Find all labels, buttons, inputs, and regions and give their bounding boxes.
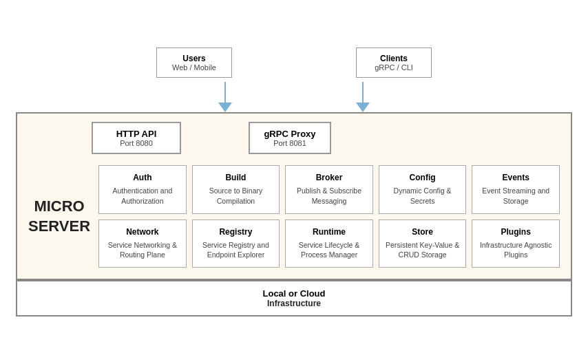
infra-line2: Infrastructure [24,299,564,308]
service-title-plugins: Plugins [478,227,554,237]
service-title-broker: Broker [291,173,367,182]
arrow-clients [356,82,370,112]
clients-subtitle: gRPC / CLI [370,63,417,72]
service-box-registry: RegistryService Registry and Endpoint Ex… [192,220,280,268]
server-content: MICRO SERVER AuthAuthentication and Auth… [17,154,571,279]
clients-box: Clients gRPC / CLI [356,47,432,78]
arrow-line-clients [362,82,364,103]
server-grid: AuthAuthentication and AuthorizationBuil… [98,165,560,268]
grpc-proxy-title: gRPC Proxy [264,129,316,139]
service-box-runtime: RuntimeService Lifecycle & Process Manag… [285,220,373,268]
top-boxes-row: Users Web / Mobile Clients gRPC / CLI [16,47,572,78]
service-desc-registry: Service Registry and Endpoint Explorer [198,240,274,260]
infra-bar: Local or Cloud Infrastructure [16,280,572,317]
service-box-events: EventsEvent Streaming and Storage [472,165,560,213]
grpc-proxy-subtitle: Port 8081 [264,139,316,147]
service-desc-build: Source to Binary Compilation [198,186,274,206]
diagram: Users Web / Mobile Clients gRPC / CLI [5,36,583,328]
services-row-2: NetworkService Networking & Routing Plan… [98,220,560,268]
service-title-network: Network [105,227,180,237]
grpc-proxy-box: gRPC Proxy Port 8081 [249,122,331,154]
arrow-line-users [224,82,226,103]
service-title-store: Store [385,227,461,237]
api-strip-spacer [28,122,83,154]
service-box-auth: AuthAuthentication and Authorization [98,165,187,213]
arrow-head-clients [356,103,370,112]
service-box-build: BuildSource to Binary Compilation [192,165,280,213]
service-desc-runtime: Service Lifecycle & Process Manager [291,240,367,260]
api-strip-boxes: HTTP API Port 8080 gRPC Proxy Port 8081 [92,122,560,154]
service-desc-auth: Authentication and Authorization [105,186,180,206]
arrow-users [218,82,232,112]
service-box-config: ConfigDynamic Config & Secrets [379,165,467,213]
users-subtitle: Web / Mobile [171,63,218,72]
clients-title: Clients [370,54,417,63]
service-box-network: NetworkService Networking & Routing Plan… [98,220,187,268]
http-api-box: HTTP API Port 8080 [92,122,181,154]
service-title-events: Events [478,173,554,182]
users-title: Users [171,54,218,63]
infra-line1: Local or Cloud [24,288,564,299]
outer-container: HTTP API Port 8080 gRPC Proxy Port 8081 … [16,112,572,280]
service-desc-store: Persistent Key-Value & CRUD Storage [385,240,461,260]
service-desc-config: Dynamic Config & Secrets [385,186,461,206]
service-desc-plugins: Infrastructure Agnostic Plugins [478,240,554,260]
http-api-title: HTTP API [107,129,166,139]
service-desc-network: Service Networking & Routing Plane [105,240,180,260]
service-box-plugins: PluginsInfrastructure Agnostic Plugins [472,220,560,268]
http-api-subtitle: Port 8080 [107,139,166,147]
server-label: MICRO SERVER [28,197,90,236]
services-row-1: AuthAuthentication and AuthorizationBuil… [98,165,560,213]
arrow-head-users [218,103,232,112]
service-desc-events: Event Streaming and Storage [478,186,554,206]
service-title-config: Config [385,173,461,182]
service-box-store: StorePersistent Key-Value & CRUD Storage [379,220,467,268]
service-title-auth: Auth [105,173,180,182]
service-title-runtime: Runtime [291,227,367,237]
users-box: Users Web / Mobile [156,47,232,78]
service-box-broker: BrokerPublish & Subscribe Messaging [285,165,373,213]
api-strip: HTTP API Port 8080 gRPC Proxy Port 8081 [17,114,571,154]
service-title-registry: Registry [198,227,274,237]
service-desc-broker: Publish & Subscribe Messaging [291,186,367,206]
arrows-row [16,78,572,112]
service-title-build: Build [198,173,274,182]
